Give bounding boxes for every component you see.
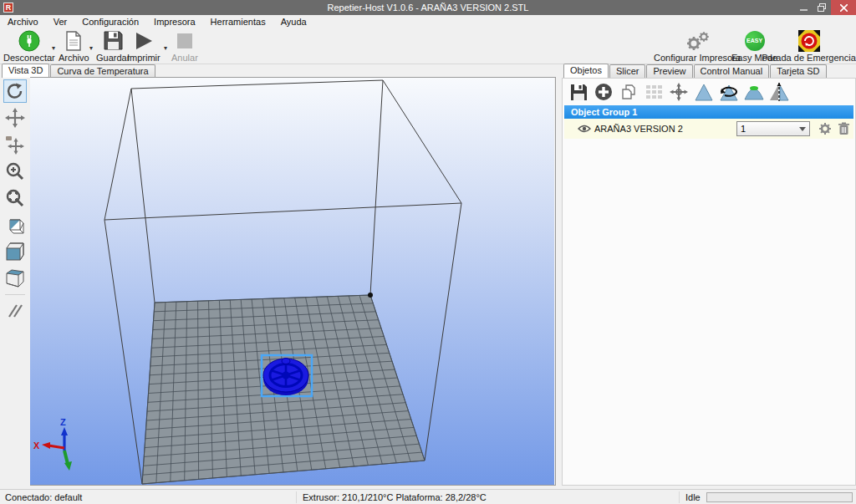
window-title: Repetier-Host V1.0.6 - ARAÑA3 VERSION 2.… [0, 3, 856, 13]
rotate-object-button[interactable] [716, 81, 741, 103]
statusbar-separator [296, 491, 297, 503]
autoposition-icon [645, 83, 663, 101]
maximize-button[interactable] [813, 0, 831, 15]
statusbar-separator [679, 491, 680, 503]
disconnect-dropdown-caret[interactable]: ▾ [52, 44, 55, 52]
object-group-header[interactable]: Object Group 1 [564, 105, 853, 119]
emergency-stop-icon [798, 29, 820, 52]
disconnect-label: Desconectar [3, 53, 55, 63]
bed-origin-dot [368, 293, 373, 298]
menu-herramientas[interactable]: Herramientas [203, 17, 273, 27]
connection-status: Conectado: default [5, 492, 82, 502]
close-button[interactable] [831, 0, 856, 15]
print-button[interactable]: Imprimir [127, 29, 160, 63]
status-bar: Conectado: default Extrusor: 210,1/210°C… [0, 489, 856, 504]
view-top-button[interactable] [3, 267, 27, 290]
viewport-3d[interactable]: Z X [30, 77, 556, 486]
object-count-select[interactable]: 1 [736, 121, 810, 136]
tab-curva-temperatura[interactable]: Curva de Temperatura [50, 64, 155, 78]
objects-panel: Object Group 1 ARAÑA3 VERSION 2 1 [562, 78, 856, 486]
printer-state: Idle [685, 492, 701, 502]
print-dropdown-caret[interactable]: ▾ [164, 44, 167, 52]
tool-separator [5, 294, 25, 295]
menu-ayuda[interactable]: Ayuda [273, 17, 314, 27]
view-front-icon [5, 242, 25, 262]
axis-x-label: X [33, 440, 40, 451]
abort-button: Anular [171, 29, 198, 63]
emergency-stop-button[interactable]: Parada de Emergencia [765, 29, 853, 63]
zoom-in-icon [6, 162, 24, 181]
scale-object-button[interactable] [691, 81, 716, 103]
object-actions-toolbar [566, 80, 792, 104]
copy-object-button[interactable] [616, 81, 641, 103]
object-row[interactable]: ARAÑA3 VERSION 2 1 [564, 119, 853, 139]
save-object-icon [570, 84, 588, 101]
center-object-button[interactable] [666, 81, 691, 103]
floppy-icon [104, 29, 123, 52]
printer-settings-label: Configurar Impresora [654, 53, 741, 63]
object-name: ARAÑA3 VERSION 2 [594, 124, 683, 134]
mirror-object-button[interactable] [767, 81, 792, 103]
disconnect-button[interactable]: Desconectar [3, 29, 55, 63]
progress-bar [706, 492, 853, 502]
minimize-icon [800, 4, 808, 12]
rotate-view-button[interactable] [3, 79, 27, 103]
object-count-value: 1 [741, 124, 746, 134]
menu-ver[interactable]: Ver [46, 17, 75, 27]
parallel-projection-icon [6, 302, 24, 320]
move-object-button[interactable] [3, 133, 27, 156]
load-file-dropdown-caret[interactable]: ▾ [89, 44, 93, 52]
add-object-icon [594, 83, 613, 101]
minimize-button[interactable] [794, 0, 813, 15]
lay-flat-icon [743, 83, 765, 101]
move-view-button[interactable] [3, 106, 27, 130]
emergency-stop-label: Parada de Emergencia [762, 53, 856, 63]
copy-object-icon [619, 83, 638, 101]
panel-tabstrip: Objetos Slicer Preview Control Manual Ta… [563, 64, 828, 78]
load-file-label: Archivo [59, 53, 89, 63]
save-object-button[interactable] [566, 81, 591, 103]
title-bar: R Repetier-Host V1.0.6 - ARAÑA3 VERSION … [0, 0, 856, 15]
view-iso-button[interactable] [3, 213, 27, 237]
save-label: Guardar [96, 53, 130, 63]
rotate-object-icon [718, 82, 740, 102]
menu-configuracion[interactable]: Configuración [74, 17, 146, 27]
move-object-icon [5, 135, 25, 155]
rotate-view-icon [6, 82, 24, 100]
save-button[interactable]: Guardar [96, 29, 130, 63]
play-icon [134, 29, 154, 52]
printer-settings-button[interactable]: Configurar Impresora [654, 29, 741, 63]
gears-icon [684, 29, 711, 52]
tab-preview[interactable]: Preview [646, 64, 692, 78]
menu-archivo[interactable]: Archivo [0, 17, 46, 27]
close-icon [840, 4, 848, 12]
tab-control-manual[interactable]: Control Manual [694, 64, 770, 78]
menu-bar: Archivo Ver Configuración Impresora Herr… [0, 15, 856, 28]
stop-icon [176, 29, 193, 52]
view-front-button[interactable] [3, 240, 27, 263]
parallel-projection-button[interactable] [3, 299, 27, 323]
tab-tarjeta-sd[interactable]: Tarjeta SD [770, 64, 826, 78]
abort-label: Anular [171, 53, 198, 63]
tab-slicer[interactable]: Slicer [609, 64, 646, 78]
tab-vista-3d[interactable]: Vista 3D [2, 64, 49, 78]
view-tabstrip: Vista 3D Curva de Temperatura [2, 64, 156, 78]
menu-impresora[interactable]: Impresora [146, 17, 203, 27]
visibility-eye-icon[interactable] [578, 125, 591, 133]
document-icon [65, 29, 82, 52]
view-tool-column [0, 78, 30, 486]
zoom-fit-button[interactable] [3, 186, 27, 210]
autoposition-button[interactable] [641, 81, 666, 103]
restore-icon [818, 3, 826, 12]
delete-object-trash-icon[interactable] [838, 122, 849, 135]
object-settings-gear-icon[interactable] [818, 122, 832, 135]
zoom-in-button[interactable] [3, 160, 27, 183]
load-file-button[interactable]: Archivo [59, 29, 89, 63]
tab-objetos[interactable]: Objetos [563, 64, 609, 78]
view-iso-icon [5, 215, 25, 235]
plug-icon [18, 29, 40, 52]
lay-flat-button[interactable] [741, 81, 767, 103]
main-toolbar: Desconectar ▾ Archivo ▾ Guardar Imprimir… [0, 28, 856, 64]
easy-mode-icon: EASY [745, 31, 765, 51]
add-object-button[interactable] [591, 81, 616, 103]
